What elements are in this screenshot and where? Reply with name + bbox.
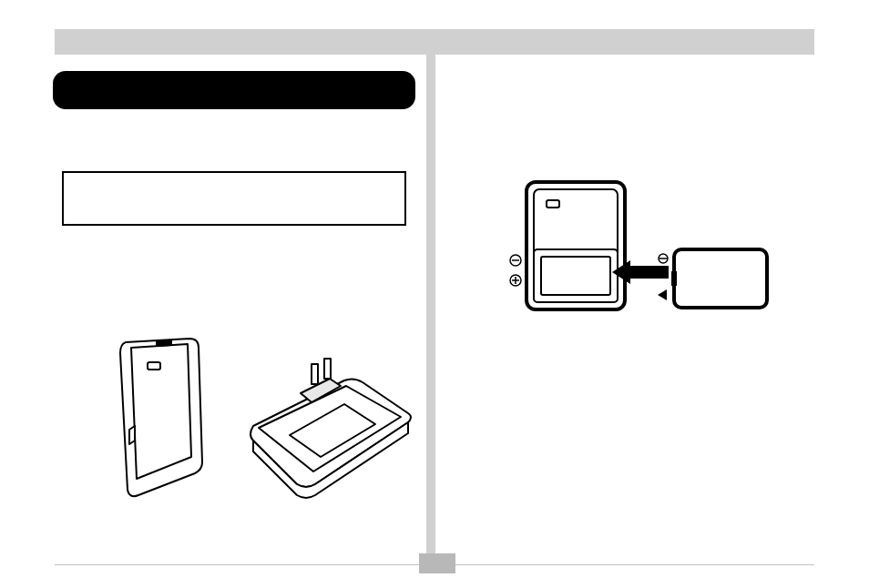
dock-polarity-icon	[508, 253, 523, 293]
section-title-pill	[53, 71, 415, 109]
svg-rect-7	[547, 200, 559, 208]
svg-rect-0	[148, 362, 160, 370]
battery-pack-icon	[670, 246, 771, 311]
charger-dock-icon	[521, 178, 630, 315]
svg-rect-6	[541, 257, 610, 295]
page-number-tab	[419, 553, 455, 573]
svg-rect-1	[312, 364, 318, 384]
svg-rect-13	[674, 249, 767, 308]
page-center-divider	[426, 55, 435, 564]
svg-rect-2	[324, 359, 331, 379]
header-bar	[55, 29, 814, 55]
info-callout-box	[62, 171, 406, 226]
insert-arrow-icon	[612, 260, 669, 284]
charger-folded-icon	[107, 335, 210, 501]
charger-open-icon	[244, 353, 417, 508]
